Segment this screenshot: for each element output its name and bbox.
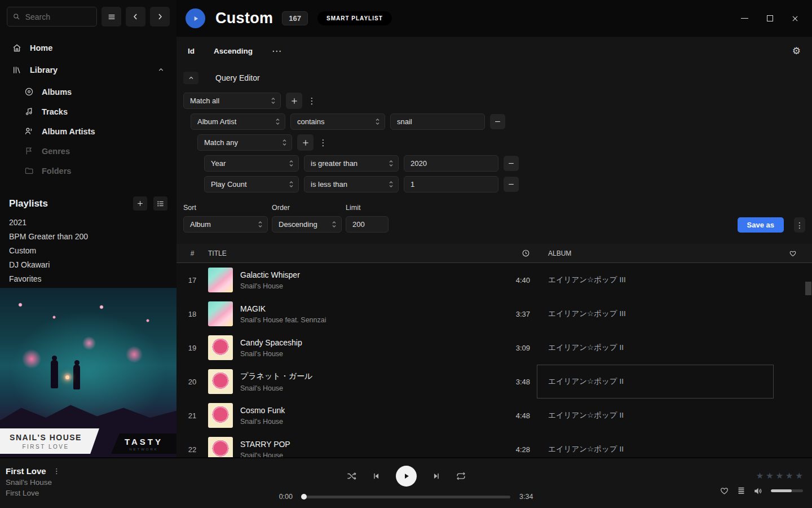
seek-handle[interactable]	[301, 494, 307, 500]
track-album[interactable]: エイリアン☆ポップ II	[537, 365, 774, 398]
track-artist[interactable]: Snail's House feat. Sennzai	[240, 316, 326, 324]
scrollbar-thumb[interactable]	[805, 282, 811, 295]
add-rule-button[interactable]	[297, 134, 314, 151]
search-input-wrapper[interactable]	[7, 7, 97, 27]
sidebar-item-library[interactable]: Library	[7, 59, 170, 81]
play-playlist-button[interactable]	[186, 8, 205, 28]
query-sort-value: Album	[190, 220, 211, 229]
query-editor-collapse-button[interactable]	[183, 72, 198, 84]
now-playing-menu-button[interactable]: ⋮	[53, 467, 60, 475]
maximize-button[interactable]	[762, 11, 778, 27]
track-artist[interactable]: Snail's House	[240, 282, 300, 290]
track-album[interactable]: エイリアン☆ポップ II	[537, 398, 774, 432]
volume-button[interactable]	[753, 486, 764, 496]
sidebar-item-genres[interactable]: Genres	[7, 141, 170, 161]
column-header-favorite[interactable]	[774, 249, 812, 257]
sort-field-button[interactable]: Id	[188, 47, 195, 55]
track-row[interactable]: 22STARRY POPSnail's House4:28エイリアン☆ポップ I…	[176, 432, 812, 457]
next-track-button[interactable]	[431, 471, 441, 481]
column-header-number[interactable]: #	[176, 249, 208, 257]
repeat-button[interactable]	[456, 471, 466, 481]
track-album[interactable]: エイリアン☆ポップ III	[537, 263, 774, 297]
seek-slider[interactable]	[302, 496, 510, 498]
queue-button[interactable]	[736, 486, 746, 496]
column-header-title[interactable]: TITLE	[208, 249, 496, 257]
rule-operator-select[interactable]: contains	[290, 113, 385, 130]
rule-field-select[interactable]: Year	[204, 155, 299, 172]
sidebar-item-home[interactable]: Home	[7, 37, 170, 59]
star-icon[interactable]: ★	[796, 471, 803, 481]
track-row[interactable]: 20プラネット・ガールSnail's House3:48エイリアン☆ポップ II	[176, 365, 812, 398]
now-playing-artist[interactable]: Snail's House	[6, 478, 214, 487]
query-sort-select[interactable]: Album	[183, 216, 268, 233]
more-options-button[interactable]: ⋯	[272, 45, 282, 57]
search-input[interactable]	[25, 12, 91, 21]
track-album[interactable]: エイリアン☆ポップ III	[537, 297, 774, 331]
playlist-item[interactable]: Favorites	[9, 271, 167, 286]
rule-value-input[interactable]	[404, 155, 498, 172]
track-artist[interactable]: Snail's House	[240, 452, 290, 458]
add-playlist-button[interactable]	[133, 196, 147, 211]
playlist-list-options-button[interactable]	[153, 196, 167, 211]
sort-order-button[interactable]: Ascending	[214, 47, 253, 55]
track-row[interactable]: 19Candy SpaceshipSnail's House3:09エイリアン☆…	[176, 331, 812, 365]
track-row[interactable]: 18MAGIKSnail's House feat. Sennzai3:37エイ…	[176, 297, 812, 331]
shuffle-button[interactable]	[346, 471, 357, 481]
rule-operator-select[interactable]: is greater than	[304, 155, 399, 172]
rule-group-menu-button[interactable]: ⋮	[319, 138, 328, 148]
settings-gear-button[interactable]: ⚙	[792, 45, 801, 57]
track-artist[interactable]: Snail's House	[240, 384, 312, 392]
menu-button[interactable]	[102, 7, 121, 27]
rule-field-select[interactable]: Album Artist	[191, 113, 285, 130]
column-header-duration[interactable]	[496, 249, 537, 257]
rule-value-input[interactable]	[404, 176, 498, 192]
minimize-button[interactable]	[736, 11, 752, 27]
play-pause-button[interactable]	[396, 466, 417, 487]
star-icon[interactable]: ★	[766, 471, 773, 481]
chevron-up-icon[interactable]	[157, 66, 165, 73]
now-playing-title[interactable]: First Love	[6, 466, 46, 476]
star-icon[interactable]: ★	[756, 471, 764, 481]
sidebar-item-album-artists[interactable]: Album Artists	[7, 121, 170, 141]
star-icon[interactable]: ★	[785, 471, 793, 481]
match-type-select[interactable]: Match all	[183, 93, 281, 109]
track-row[interactable]: 21Cosmo FunkSnail's House4:48エイリアン☆ポップ I…	[176, 398, 812, 432]
track-artist[interactable]: Snail's House	[240, 418, 285, 426]
playlist-item[interactable]: BPM Greater than 200	[9, 229, 167, 243]
now-playing-artwork[interactable]: SNAIL'S HOUSE FIRST LOVE TASTY NETWORK	[0, 288, 176, 457]
star-icon[interactable]: ★	[776, 471, 783, 481]
previous-track-button[interactable]	[372, 471, 381, 481]
add-rule-button[interactable]	[286, 93, 302, 109]
track-row[interactable]: 17Galactic WhisperSnail's House4:40エイリアン…	[176, 263, 812, 297]
track-artist[interactable]: Snail's House	[240, 350, 302, 358]
favorite-button[interactable]	[720, 486, 729, 496]
limit-input[interactable]	[346, 216, 389, 233]
track-album[interactable]: エイリアン☆ポップ II	[537, 331, 774, 365]
remove-rule-button[interactable]	[490, 114, 505, 129]
volume-slider[interactable]	[771, 489, 803, 492]
remove-rule-button[interactable]	[504, 156, 519, 171]
track-number: 19	[176, 344, 208, 352]
group-match-type-select[interactable]: Match any	[197, 134, 292, 151]
now-playing-album[interactable]: First Love	[6, 489, 214, 497]
playlist-item[interactable]: 2021	[9, 215, 167, 229]
search-icon	[13, 12, 20, 21]
rule-operator-select[interactable]: is less than	[304, 176, 399, 192]
query-order-select[interactable]: Descending	[272, 216, 342, 233]
column-header-album[interactable]: ALBUM	[537, 249, 774, 257]
track-album[interactable]: エイリアン☆ポップ II	[537, 432, 774, 457]
sidebar-item-albums[interactable]: Albums	[7, 82, 170, 102]
save-as-button[interactable]: Save as	[738, 217, 784, 233]
query-menu-button[interactable]: ⋮	[794, 217, 805, 233]
sidebar-item-folders[interactable]: Folders	[7, 161, 170, 181]
sidebar-item-tracks[interactable]: Tracks	[7, 102, 170, 121]
rule-value-input[interactable]	[390, 113, 485, 130]
rule-group-menu-button[interactable]: ⋮	[307, 96, 316, 106]
nav-back-button[interactable]	[126, 7, 145, 27]
remove-rule-button[interactable]	[504, 177, 519, 192]
rule-field-select[interactable]: Play Count	[204, 176, 299, 192]
playlist-item[interactable]: Custom	[9, 243, 167, 257]
playlist-item[interactable]: DJ Okawari	[9, 257, 167, 271]
nav-forward-button[interactable]	[150, 7, 170, 27]
close-button[interactable]	[787, 11, 803, 27]
